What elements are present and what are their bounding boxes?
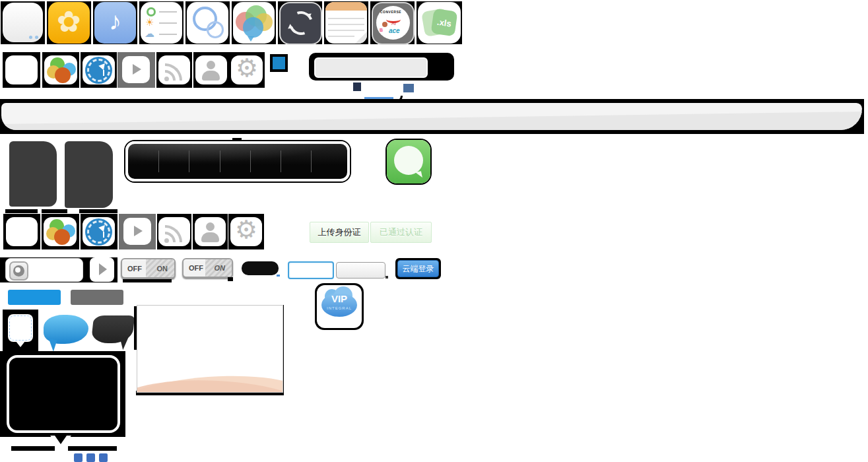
black-pill[interactable] [242,261,279,275]
dial-ticks [87,59,110,82]
cloud-login-frame: 云端登录 [395,258,441,279]
notes-header [325,2,367,11]
play-button-icon[interactable] [123,218,151,245]
sync-app-icon[interactable] [279,2,322,45]
note-line [328,24,364,25]
text-input[interactable] [336,262,385,279]
toggle-switch-b[interactable]: OFF ON [182,258,233,278]
icon-tile [278,1,322,44]
blue-flat-button[interactable] [8,290,61,305]
toggle-switch-a[interactable]: OFF ON [121,258,176,279]
list-app-icon[interactable]: ☀ ☁ [141,2,182,44]
dial-stem [103,232,104,238]
icon-tile [3,214,40,249]
message-bubble-tail [415,171,422,179]
colored-balls-icon[interactable] [44,55,77,84]
bubble-tile [3,310,38,351]
orange-ball [54,229,70,245]
play-triangle [133,64,141,75]
black-speech-bubble[interactable] [92,315,135,350]
segmented-black-bar[interactable] [125,141,350,182]
icon-tile: ✿ [47,1,91,44]
colored-balls-icon[interactable] [44,217,77,246]
black-strip-fragment [5,209,38,213]
play-triangle [134,226,143,236]
brand-collage-icon[interactable]: CONVERSE 只| ace B [372,2,415,45]
clock-dial-icon[interactable] [83,55,115,84]
black-dash-fragment [232,138,242,141]
tooltip-tile [0,351,125,437]
dot [29,36,32,39]
black-strip-fragment [11,446,55,451]
blue-square-swatch[interactable] [273,57,285,69]
popup-panel [137,305,283,393]
rss-icon[interactable] [158,55,190,84]
black-strip-fragment [79,209,117,213]
dark-card[interactable] [9,141,57,207]
vip-badge[interactable]: VIP INTEGRAL [317,285,362,328]
person-icon[interactable] [195,55,227,84]
gear-icon-tile[interactable]: ⚙ [230,217,262,246]
dot-fragment [385,276,388,279]
dial-ticks [87,220,110,244]
icon-tile: ⚙ [228,214,264,249]
segment-divider [281,150,281,173]
music-app-icon[interactable]: ♪ [94,2,136,44]
icon-tile [232,1,276,44]
icon-tile [1,1,45,44]
xls-label: .xls [431,9,458,37]
cloud-login-button[interactable]: 云端登录 [397,260,439,277]
menu-bar[interactable] [1,103,862,130]
photos-flower-icon[interactable]: ✿ [48,2,90,44]
icon-tile [119,214,156,249]
rss-icon[interactable] [158,217,190,246]
brand-label-ace: ace [389,27,400,34]
verified-badge: 已通过认证 [370,222,432,243]
gear-icon: ⚙ [231,55,263,82]
green-ring-bullet [147,7,156,16]
search-icon [13,265,24,277]
play-small-button[interactable] [90,257,114,282]
white-speech-bubble[interactable] [8,314,33,342]
search-bar[interactable] [309,53,454,81]
icon-tile [193,214,228,249]
circles-app-icon[interactable] [187,2,228,44]
blank-app-icon[interactable] [3,3,43,42]
gray-flat-button[interactable] [71,290,123,305]
bar-gloss [128,144,347,163]
icon-tile [81,214,117,249]
blank-small-icon[interactable] [6,217,38,246]
icon-tile [193,52,229,88]
black-fragment [228,277,233,281]
person-icon[interactable] [195,217,226,246]
icon-tile [117,52,155,88]
note-line [328,18,364,19]
blue-speech-bubble[interactable] [44,315,90,350]
black-tooltip-bubble[interactable] [7,355,120,433]
icon-tile: ☀ ☁ [139,1,184,44]
dark-card[interactable] [65,141,113,208]
list-line [159,11,177,13]
small-circle [207,21,224,38]
icon-tile [3,52,40,88]
play-button-icon[interactable] [122,56,150,83]
dot [35,36,38,39]
chat-bubbles-app-icon[interactable] [233,2,275,44]
xls-file-icon[interactable]: .xls [418,2,461,44]
search-input[interactable] [314,57,428,78]
vip-title: VIP [317,293,362,304]
clock-dial-icon[interactable] [83,217,115,246]
message-bubble [394,146,423,175]
icon-tile: ♪ [93,1,137,44]
toggle-off-label: OFF [189,264,203,272]
notes-app-icon[interactable] [325,2,367,44]
text-input-focused[interactable] [288,261,334,279]
toggle-off-label: OFF [127,265,142,273]
upload-id-button[interactable]: 上传身份证 [310,222,369,243]
search-field[interactable] [5,258,83,282]
sprite-sheet-canvas: ✿ ♪ ☀ ☁ [0,0,868,462]
messages-app-icon[interactable] [387,140,430,183]
gear-icon-tile[interactable]: ⚙ [231,55,263,84]
blank-small-icon[interactable] [5,55,38,84]
toggle-on-label: ON [215,264,226,272]
